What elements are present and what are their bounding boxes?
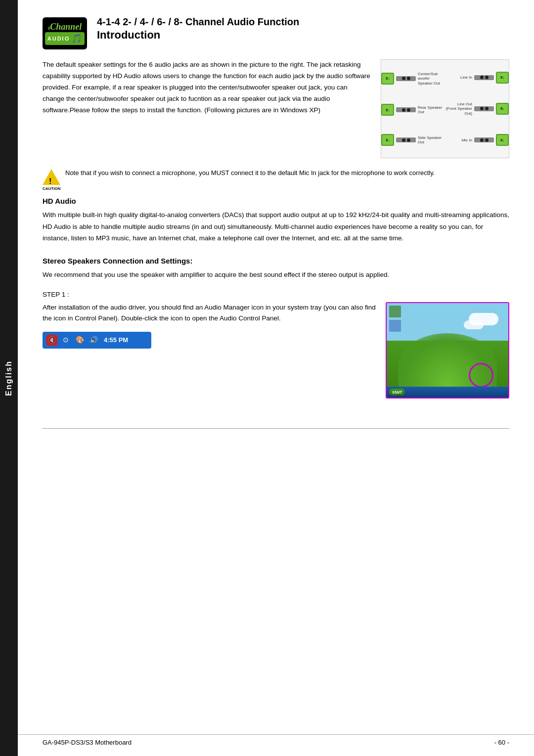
main-content: 8Channel AUDIO 🎵 4-1-4 2- / 4- / 6- / 8-… (18, 0, 534, 428)
logo-bottom-text: AUDIO (47, 36, 70, 42)
dot (485, 138, 489, 142)
dot (402, 138, 405, 142)
desktop-mockup: start (386, 302, 509, 399)
caution-text: Note that if you wish to connect a micro… (65, 168, 509, 178)
intro-paragraph: The default speaker settings for the 6 a… (43, 59, 371, 116)
step-text: After installation of the audio driver, … (43, 302, 376, 349)
dot (480, 107, 484, 110)
start-button: start (389, 389, 405, 396)
diagram-layout: X↓ Center/SubwooferSpeaker Out X↓ (381, 60, 509, 158)
desktop-taskbar: start (387, 387, 508, 398)
intro-text: The default speaker settings for the 6 a… (43, 59, 371, 158)
dot (480, 138, 484, 142)
jack-row-1: X↓ Center/SubwooferSpeaker Out (381, 72, 445, 86)
logo-area: 8Channel AUDIO 🎵 (43, 17, 87, 49)
intro-section: The default speaker settings for the 6 a… (43, 59, 509, 158)
dot (402, 108, 405, 112)
sidebar: English (0, 0, 18, 756)
connector-3 (396, 137, 416, 142)
logo-top-text: 8Channel (48, 22, 82, 31)
taskbar-icon-mute: 🔇 (46, 335, 57, 346)
page-footer: GA-945P-DS3/S3 Motherboard - 60 - (18, 734, 534, 746)
step-content: After installation of the audio driver, … (43, 302, 509, 399)
taskbar-icon-3: 🎨 (74, 335, 85, 346)
dot (407, 77, 410, 80)
chip-2: X↓ (381, 104, 394, 116)
caution-triangle (43, 169, 60, 185)
label-line-out: Line Out(Front SpeakerOut) (446, 102, 472, 116)
page-title-line1: 4-1-4 2- / 4- / 6- / 8- Channel Audio Fu… (97, 15, 299, 29)
desktop-icon-1 (389, 306, 401, 317)
footer-divider (43, 428, 509, 429)
stereo-section: Stereo Speakers Connection and Settings:… (43, 257, 509, 281)
title-area: 4-1-4 2- / 4- / 6- / 8- Channel Audio Fu… (97, 15, 299, 42)
label-line-in: Line In (460, 75, 472, 80)
hd-audio-text: With multiple built-in high quality digi… (43, 209, 509, 244)
desktop-highlight-circle (469, 363, 493, 388)
caution-box: CAUTION Note that if you wish to connect… (43, 168, 509, 187)
step-image-area: start (386, 302, 509, 399)
chip-r2: X↓ (496, 103, 509, 115)
connector-2 (396, 107, 416, 112)
chip-3: X↓ (381, 134, 394, 146)
chip-r3: X↓ (496, 134, 509, 146)
logo-bottom-box: AUDIO 🎵 (45, 32, 85, 45)
label-center-sub: Center/SubwooferSpeaker Out (418, 72, 440, 86)
audio-diagram: X↓ Center/SubwooferSpeaker Out X↓ (381, 59, 509, 158)
stereo-title: Stereo Speakers Connection and Settings: (43, 257, 509, 265)
jack-row-right-3: Mic In X↓ (445, 134, 509, 146)
taskbar-icon-audio: 🔊 (88, 335, 99, 346)
header-section: 8Channel AUDIO 🎵 4-1-4 2- / 4- / 6- / 8-… (43, 15, 509, 49)
label-rear-speaker: Rear SpeakerOut (418, 105, 442, 115)
desktop-cloud-2 (464, 320, 484, 329)
chip-r1: X↓ (496, 72, 509, 84)
dot (480, 76, 484, 79)
page-title-line2: Introduction (97, 29, 299, 42)
dot (407, 138, 410, 142)
dot (485, 107, 489, 110)
diagram-left: X↓ Center/SubwooferSpeaker Out X↓ (381, 60, 445, 158)
chip-1: X↓ (381, 73, 394, 85)
stereo-text: We recommend that you use the speaker wi… (43, 269, 509, 281)
desktop-icon-2 (389, 320, 401, 332)
caution-icon: CAUTION (43, 169, 60, 187)
hd-audio-title: HD Audio (43, 197, 509, 205)
desktop-icons (389, 306, 401, 332)
dot (407, 108, 410, 112)
footer-right: - 60 - (494, 739, 509, 746)
step-paragraph: After installation of the audio driver, … (43, 302, 376, 325)
dot (485, 76, 489, 79)
jack-row-right-2: Line Out(Front SpeakerOut) X↓ (445, 102, 509, 116)
desktop-background: start (387, 303, 508, 398)
hd-audio-section: HD Audio With multiple built-in high qua… (43, 197, 509, 244)
caution-message: Note that if you wish to connect a micro… (65, 169, 435, 177)
label-side-speaker: Side SpeakerOut (418, 135, 442, 145)
jack-row-3: X↓ Side SpeakerOut (381, 134, 445, 146)
diagram-image: X↓ Center/SubwooferSpeaker Out X↓ (381, 59, 509, 158)
logo-box: 8Channel AUDIO 🎵 (43, 17, 87, 49)
taskbar-time: 4:55 PM (104, 335, 128, 346)
jack-row-2: X↓ Rear SpeakerOut (381, 104, 445, 116)
label-mic-in: Mic In (462, 138, 472, 143)
step-section: STEP 1 : After installation of the audio… (43, 291, 509, 399)
jack-row-right-1: Line In X↓ (445, 72, 509, 84)
taskbar-icon-2: ⊙ (60, 335, 71, 346)
dot (402, 77, 405, 80)
step-label: STEP 1 : (43, 291, 509, 298)
connector-r3 (474, 137, 494, 142)
connector-1 (396, 76, 416, 81)
diagram-right: Line In X↓ Line Out(Front SpeakerOut) (445, 60, 509, 158)
connector-r1 (474, 75, 494, 80)
footer-left: GA-945P-DS3/S3 Motherboard (43, 739, 132, 746)
connector-r2 (474, 106, 494, 111)
taskbar-mockup: 🔇 ⊙ 🎨 🔊 4:55 PM (43, 332, 151, 349)
sidebar-label: English (4, 360, 13, 396)
